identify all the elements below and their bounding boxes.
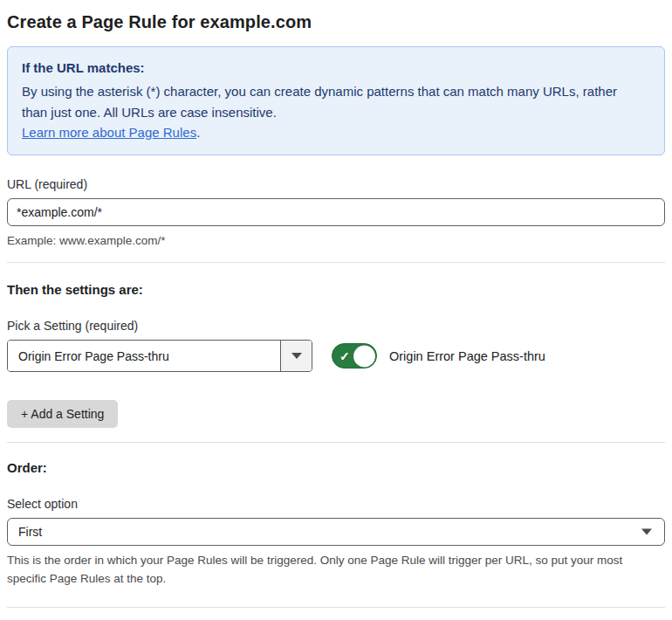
setting-row: Origin Error Page Pass-thru ✓ Origin Err…	[7, 340, 665, 372]
url-field-label: URL (required)	[7, 177, 665, 191]
url-input[interactable]	[7, 198, 665, 226]
order-section-heading: Order:	[7, 460, 665, 475]
page-title: Create a Page Rule for example.com	[7, 12, 665, 32]
setting-picker-label: Pick a Setting (required)	[7, 319, 665, 333]
url-field-group: URL (required) Example: www.example.com/…	[7, 177, 665, 250]
chevron-down-icon	[291, 353, 302, 359]
divider	[7, 607, 665, 608]
order-help-text: This is the order in which your Page Rul…	[7, 552, 660, 588]
setting-select-value: Origin Error Page Pass-thru	[8, 341, 280, 371]
settings-section-heading: Then the settings are:	[7, 282, 665, 297]
setting-select-arrow-button[interactable]	[280, 341, 312, 371]
setting-toggle-label: Origin Error Page Pass-thru	[389, 349, 545, 363]
divider	[7, 262, 665, 263]
info-box-body: By using the asterisk (*) character, you…	[22, 81, 633, 122]
url-example-help: Example: www.example.com/*	[7, 232, 665, 250]
learn-more-link[interactable]: Learn more about Page Rules	[22, 125, 196, 140]
setting-toggle[interactable]: ✓	[332, 343, 377, 369]
divider	[7, 442, 665, 443]
order-select[interactable]: First	[7, 518, 665, 546]
check-icon: ✓	[339, 350, 350, 362]
chevron-down-icon	[641, 529, 652, 535]
add-setting-button[interactable]: + Add a Setting	[7, 400, 118, 428]
order-select-group: Select option First This is the order in…	[7, 497, 665, 588]
setting-picker-group: Pick a Setting (required) Origin Error P…	[7, 319, 665, 372]
info-box-link-line: Learn more about Page Rules.	[22, 122, 650, 142]
order-select-label: Select option	[7, 497, 665, 511]
link-suffix: .	[196, 125, 200, 140]
setting-select[interactable]: Origin Error Page Pass-thru	[7, 340, 312, 372]
page-rule-form: Create a Page Rule for example.com If th…	[0, 0, 672, 620]
toggle-knob	[353, 345, 375, 367]
url-match-info-box: If the URL matches: By using the asteris…	[7, 46, 665, 155]
order-select-value: First	[18, 525, 42, 539]
info-box-heading: If the URL matches:	[22, 58, 650, 78]
